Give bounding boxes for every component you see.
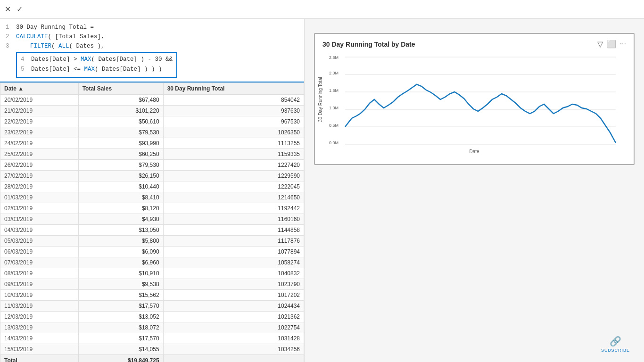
- close-icon[interactable]: ✕: [5, 5, 11, 14]
- cell-running-total: 1021362: [163, 311, 304, 322]
- cell-date: 22/02/2019: [0, 116, 79, 127]
- cell-total-sales: $10,440: [78, 181, 163, 192]
- cell-running-total: 1144858: [163, 224, 304, 235]
- code-line-3: 3 FILTER( ALL( Dates ),: [6, 41, 298, 51]
- cell-date: 06/03/2019: [0, 246, 79, 257]
- code-editor[interactable]: 1 30 Day Running Total = 2 CALCULATE( [T…: [0, 19, 304, 82]
- cell-total-sales: $17,570: [78, 300, 163, 311]
- cell-date: 25/02/2019: [0, 148, 79, 159]
- cell-total-sales: $18,072: [78, 322, 163, 333]
- main-content: 1 30 Day Running Total = 2 CALCULATE( [T…: [0, 19, 644, 362]
- svg-text:1.5M: 1.5M: [329, 88, 339, 93]
- cell-date: 10/03/2019: [0, 289, 79, 300]
- cell-total-sales: $9,538: [78, 279, 163, 289]
- chart-area: 30 Day Running Total 0.0M 0.5M 1.0M 1.5M…: [322, 52, 626, 147]
- cell-date: 21/02/2019: [0, 105, 79, 116]
- table-row: 26/02/2019$79,5301227420: [0, 159, 304, 170]
- cell-running-total: 1017202: [163, 289, 304, 300]
- cell-running-total: 1214650: [163, 192, 304, 203]
- cell-total-sales: $17,570: [78, 333, 163, 344]
- table-scroll[interactable]: Date ▲ Total Sales 30 Day Running Total …: [0, 82, 304, 362]
- cell-running-total: 1031428: [163, 333, 304, 344]
- table-row: 23/02/2019$79,5301026350: [0, 127, 304, 138]
- table-row: 04/03/2019$13,0501144858: [0, 224, 304, 235]
- cell-running-total: 1160160: [163, 214, 304, 224]
- cell-running-total: 1077894: [163, 246, 304, 257]
- table-row: 06/03/2019$6,0901077894: [0, 246, 304, 257]
- subscribe-watermark: 🔗 SUBSCRIBE: [601, 336, 630, 353]
- cell-total-sales: $79,530: [78, 159, 163, 170]
- col-header-total-sales[interactable]: Total Sales: [78, 82, 163, 94]
- filter-icon[interactable]: ▽: [597, 40, 603, 49]
- cell-date: 14/03/2019: [0, 333, 79, 344]
- table-row: 20/02/2019$67,480854042: [0, 94, 304, 105]
- table-row: 03/03/2019$4,9301160160: [0, 214, 304, 224]
- cell-total-sales: $79,530: [78, 127, 163, 138]
- cell-running-total: 1023790: [163, 279, 304, 289]
- table-row: 11/03/2019$17,5701024434: [0, 300, 304, 311]
- table-row: 28/02/2019$10,4401222045: [0, 181, 304, 192]
- table-row: 24/02/2019$93,9901113255: [0, 138, 304, 148]
- cell-date: 15/03/2019: [0, 344, 79, 354]
- table-row: 09/03/2019$9,5381023790: [0, 279, 304, 289]
- cell-running-total: 1192442: [163, 203, 304, 214]
- cell-total-sales: $14,055: [78, 344, 163, 354]
- chart-header: 30 Day Running Total by Date ▽ ⬜ ···: [322, 40, 626, 49]
- chart-title: 30 Day Running Total by Date: [322, 41, 415, 48]
- cell-date: 27/02/2019: [0, 170, 79, 181]
- svg-text:2.0M: 2.0M: [329, 71, 339, 75]
- cell-running-total: 1022754: [163, 322, 304, 333]
- focus-icon[interactable]: ⬜: [607, 40, 616, 49]
- table-row: 13/03/2019$18,0721022754: [0, 322, 304, 333]
- cell-total-sales: $67,480: [78, 94, 163, 105]
- cell-date: 09/03/2019: [0, 279, 79, 289]
- table-footer-row: Total $19,849,725: [0, 354, 304, 362]
- col-header-running-total[interactable]: 30 Day Running Total: [163, 82, 304, 94]
- cell-total-sales: $6,090: [78, 246, 163, 257]
- x-axis-label: Date: [322, 149, 626, 154]
- table-row: 08/03/2019$10,9101040832: [0, 268, 304, 279]
- more-icon[interactable]: ···: [620, 40, 626, 49]
- cell-total-sales: $13,050: [78, 224, 163, 235]
- table-row: 02/03/2019$8,1201192442: [0, 203, 304, 214]
- code-highlight-box: 4 Dates[Date] > MAX( Dates[Date] ) - 30 …: [16, 52, 177, 78]
- cell-running-total: 1159335: [163, 148, 304, 159]
- subscribe-icon: 🔗: [610, 336, 621, 347]
- svg-text:0.5M: 0.5M: [329, 123, 339, 128]
- code-line-5: 5 Dates[Date] <= MAX( Dates[Date] ) ) ): [21, 65, 173, 74]
- table-row: 12/03/2019$13,0521021362: [0, 311, 304, 322]
- cell-date: 24/02/2019: [0, 138, 79, 148]
- code-line-1: 1 30 Day Running Total =: [6, 23, 298, 32]
- chart-container: 30 Day Running Total by Date ▽ ⬜ ··· 30 …: [314, 33, 635, 165]
- top-toolbar: ✕ ✓: [0, 0, 644, 19]
- subscribe-label: SUBSCRIBE: [601, 348, 630, 353]
- cell-total-sales: $8,410: [78, 192, 163, 203]
- check-icon[interactable]: ✓: [17, 5, 23, 14]
- code-line-2: 2 CALCULATE( [Total Sales],: [6, 32, 298, 41]
- cell-running-total: 1117876: [163, 235, 304, 246]
- cell-date: 23/02/2019: [0, 127, 79, 138]
- table-row: 22/02/2019$50,610967530: [0, 116, 304, 127]
- cell-running-total: 1058274: [163, 257, 304, 268]
- table-row: 15/03/2019$14,0551034256: [0, 344, 304, 354]
- cell-total-sales: $15,562: [78, 289, 163, 300]
- cell-date: 07/03/2019: [0, 257, 79, 268]
- cell-running-total: 1222045: [163, 181, 304, 192]
- cell-date: 20/02/2019: [0, 94, 79, 105]
- cell-date: 08/03/2019: [0, 268, 79, 279]
- table-row: 21/02/2019$101,220937630: [0, 105, 304, 116]
- code-line-4: 4 Dates[Date] > MAX( Dates[Date] ) - 30 …: [21, 55, 173, 65]
- cell-total-sales: $26,150: [78, 170, 163, 181]
- cell-total-sales: $50,610: [78, 116, 163, 127]
- cell-date: 01/03/2019: [0, 192, 79, 203]
- cell-running-total: 937630: [163, 105, 304, 116]
- left-panel: 1 30 Day Running Total = 2 CALCULATE( [T…: [0, 19, 305, 362]
- col-header-date[interactable]: Date ▲: [0, 82, 79, 94]
- cell-total-sales: $5,800: [78, 235, 163, 246]
- cell-date: 05/03/2019: [0, 235, 79, 246]
- cell-running-total: 1026350: [163, 127, 304, 138]
- cell-total-sales: $13,052: [78, 311, 163, 322]
- table-row: 01/03/2019$8,4101214650: [0, 192, 304, 203]
- cell-running-total: 1113255: [163, 138, 304, 148]
- cell-date: 12/03/2019: [0, 311, 79, 322]
